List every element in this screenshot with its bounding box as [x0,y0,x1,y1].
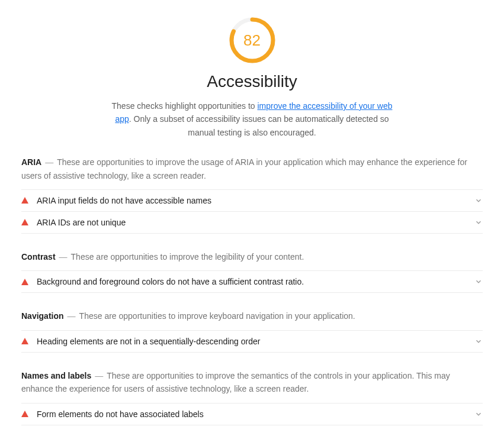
audit-title: ARIA input fields do not have accessible… [37,196,470,205]
audit-item[interactable]: ARIA input fields do not have accessible… [21,189,483,211]
dash: — [45,157,53,167]
section-desc: These are opportunities to improve the u… [21,157,467,180]
section-name: Contrast [21,252,56,262]
audit-item[interactable]: ARIA IDs are not unique [21,211,483,234]
fail-icon [21,197,28,204]
page-title: Accessibility [21,72,483,91]
chevron-down-icon [474,218,483,227]
page-subtitle: These checks highlight opportunities to … [104,99,400,139]
audit-title: Heading elements are not in a sequential… [37,337,470,346]
subtitle-text-post: . Only a subset of accessibility issues … [129,114,389,137]
chevron-down-icon [474,410,483,418]
chevron-down-icon [474,337,483,346]
score-value: 82 [229,17,276,64]
audit-item[interactable]: Heading elements are not in a sequential… [21,330,483,353]
chevron-down-icon [474,196,483,205]
audit-item[interactable]: Form elements do not have associated lab… [21,403,483,425]
fail-icon [21,279,28,285]
audit-item[interactable]: Background and foreground colors do not … [21,270,483,293]
score-gauge: 82 [229,17,276,64]
fail-icon [21,338,28,344]
section-header-aria: ARIA—These are opportunities to improve … [21,156,483,182]
section-name: Navigation [21,311,64,321]
section-name: ARIA [21,157,41,167]
audit-title: Background and foreground colors do not … [37,277,470,286]
audit-title: ARIA IDs are not unique [37,218,470,227]
subtitle-text-pre: These checks highlight opportunities to [112,101,258,111]
audit-title: Form elements do not have associated lab… [37,409,470,419]
chevron-down-icon [474,277,483,286]
section-desc: These are opportunities to improve the l… [71,252,304,262]
section-header-contrast: Contrast—These are opportunities to impr… [21,250,483,263]
dash: — [95,371,103,380]
dash: — [68,311,76,321]
section-header-navigation: Navigation—These are opportunities to im… [21,309,483,322]
section-desc: These are opportunities to improve keybo… [79,311,355,321]
section-name: Names and labels [21,371,91,380]
fail-icon [21,411,28,417]
dash: — [59,252,68,262]
fail-icon [21,219,28,225]
section-header-names-labels: Names and labels—These are opportunities… [21,369,483,396]
